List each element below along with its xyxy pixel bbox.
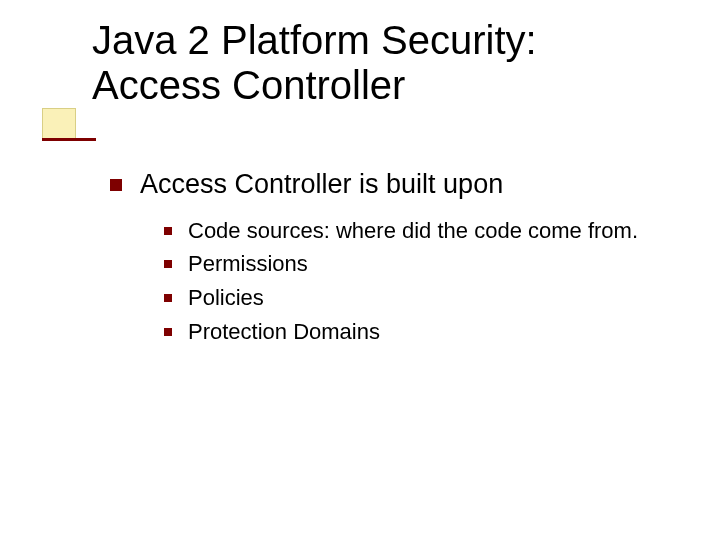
bullet-level2-text: Permissions xyxy=(188,249,308,279)
title-accent-box xyxy=(42,108,76,140)
bullet-level1-text: Access Controller is built upon xyxy=(140,168,503,202)
bullet-level2-text: Policies xyxy=(188,283,264,313)
square-bullet-icon xyxy=(164,260,172,268)
title-accent-underline xyxy=(42,138,96,141)
bullet-level2: Protection Domains xyxy=(164,317,670,347)
square-bullet-icon xyxy=(164,328,172,336)
slide-title: Java 2 Platform Security: Access Control… xyxy=(92,18,652,108)
slide-body: Access Controller is built upon Code sou… xyxy=(110,168,670,351)
bullet-level2-text: Protection Domains xyxy=(188,317,380,347)
slide: Java 2 Platform Security: Access Control… xyxy=(0,0,720,540)
bullet-level2: Code sources: where did the code come fr… xyxy=(164,216,670,246)
bullet-level2: Permissions xyxy=(164,249,670,279)
bullet-level2-group: Code sources: where did the code come fr… xyxy=(164,216,670,347)
square-bullet-icon xyxy=(110,179,122,191)
bullet-level2: Policies xyxy=(164,283,670,313)
bullet-level1: Access Controller is built upon xyxy=(110,168,670,202)
bullet-level2-text: Code sources: where did the code come fr… xyxy=(188,216,638,246)
square-bullet-icon xyxy=(164,227,172,235)
square-bullet-icon xyxy=(164,294,172,302)
